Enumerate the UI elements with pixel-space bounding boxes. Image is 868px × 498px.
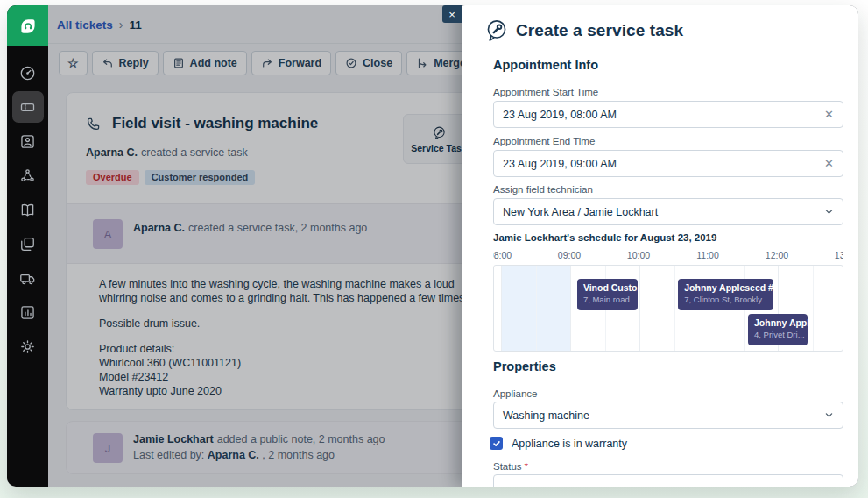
schedule-timeline[interactable]: Vinod Custo...7, Main road...Johnny Appl… bbox=[493, 265, 843, 352]
analytics-icon bbox=[18, 303, 37, 322]
clear-end-time-icon[interactable]: ✕ bbox=[824, 157, 834, 170]
panel-title: Create a service task bbox=[516, 21, 683, 40]
end-time-input[interactable]: 23 Aug 2019, 09:00 AM ✕ bbox=[493, 150, 843, 177]
hour-label: 09:00 bbox=[558, 250, 581, 260]
start-time-label: Appointment Start Time bbox=[493, 87, 598, 97]
chevron-down-icon bbox=[824, 410, 834, 420]
panel-close-button[interactable]: × bbox=[442, 5, 462, 23]
solutions-icon bbox=[18, 201, 37, 219]
social-icon bbox=[18, 167, 37, 185]
sidebar-item-contacts[interactable] bbox=[12, 125, 44, 157]
hour-gridline bbox=[501, 266, 502, 351]
service-task-bubble-icon bbox=[484, 18, 508, 42]
event-subtitle: 7, Clinton St, Brookly... bbox=[684, 294, 767, 305]
schedule-event[interactable]: Johnny Appl...4, Privet Dri... bbox=[748, 314, 808, 345]
sidebar-item-social[interactable] bbox=[12, 160, 44, 191]
technician-select[interactable]: New York Area / Jamie Lockhart bbox=[493, 198, 843, 225]
event-title: Vinod Custo... bbox=[583, 281, 632, 294]
half-hour-gridline bbox=[674, 266, 675, 351]
hour-label: 12:00 bbox=[766, 250, 788, 260]
appliance-label: Appliance bbox=[493, 388, 538, 399]
required-asterisk: * bbox=[525, 461, 528, 472]
warranty-label: Appliance is in warranty bbox=[512, 438, 627, 450]
appliance-select[interactable]: Washing machine bbox=[493, 402, 843, 429]
sidebar-item-forums[interactable] bbox=[12, 228, 44, 260]
tickets-icon bbox=[18, 98, 37, 117]
sidebar-item-field-service[interactable] bbox=[12, 262, 44, 294]
field-service-icon bbox=[18, 269, 37, 288]
create-service-task-panel: Create a service task Appointment Info A… bbox=[462, 5, 858, 487]
sidebar-item-tickets[interactable] bbox=[12, 91, 44, 123]
warranty-checkbox-row[interactable]: Appliance is in warranty bbox=[490, 437, 627, 450]
chevron-down-icon bbox=[824, 207, 834, 217]
sidebar-item-solutions[interactable] bbox=[12, 194, 44, 225]
hour-label: 11:00 bbox=[696, 250, 719, 260]
half-hour-gridline bbox=[813, 266, 814, 351]
appointment-info-heading: Appointment Info bbox=[493, 58, 598, 72]
freshdesk-logo-icon[interactable] bbox=[7, 5, 48, 46]
event-subtitle: 4, Privet Dri... bbox=[754, 329, 801, 340]
end-time-label: Appointment End Time bbox=[493, 136, 595, 146]
properties-heading: Properties bbox=[493, 359, 556, 374]
technician-label: Assign field technician bbox=[493, 184, 593, 195]
settings-icon bbox=[18, 338, 37, 356]
clear-start-time-icon[interactable]: ✕ bbox=[824, 108, 834, 121]
sidebar bbox=[7, 5, 48, 487]
contacts-icon bbox=[18, 132, 37, 151]
event-title: Johnny Appleseed #41 bbox=[684, 281, 767, 294]
forums-icon bbox=[18, 235, 37, 253]
hour-label: 13:00 bbox=[835, 250, 843, 260]
start-time-input[interactable]: 23 Aug 2019, 08:00 AM ✕ bbox=[493, 101, 843, 128]
warranty-checkbox[interactable] bbox=[490, 437, 503, 450]
schedule-title: Jamie Lockhart's schedule for August 23,… bbox=[493, 232, 716, 243]
hour-gridline bbox=[639, 266, 640, 351]
app-window: All tickets › 11 ☆ReplyAdd noteForwardCl… bbox=[7, 5, 858, 487]
sidebar-item-analytics[interactable] bbox=[12, 296, 44, 328]
status-label: Status* bbox=[493, 461, 528, 472]
hour-gridline bbox=[570, 266, 571, 351]
event-subtitle: 7, Main road... bbox=[583, 294, 632, 305]
schedule-event[interactable]: Vinod Custo...7, Main road... bbox=[577, 279, 638, 310]
status-select[interactable] bbox=[493, 474, 843, 487]
sidebar-item-dashboard[interactable] bbox=[12, 57, 44, 89]
timeline-hour-labels: 08:0009:0010:0011:0012:0013:00 bbox=[493, 250, 843, 261]
event-title: Johnny Appl... bbox=[754, 317, 801, 329]
dashboard-icon bbox=[18, 64, 37, 82]
schedule-event[interactable]: Johnny Appleseed #417, Clinton St, Brook… bbox=[678, 279, 773, 310]
half-hour-gridline bbox=[536, 266, 537, 351]
sidebar-nav bbox=[7, 46, 48, 365]
panel-header: Create a service task bbox=[484, 18, 683, 42]
hour-label: 10:00 bbox=[627, 250, 650, 260]
sidebar-item-settings[interactable] bbox=[12, 331, 44, 362]
hour-label: 08:00 bbox=[493, 250, 512, 260]
